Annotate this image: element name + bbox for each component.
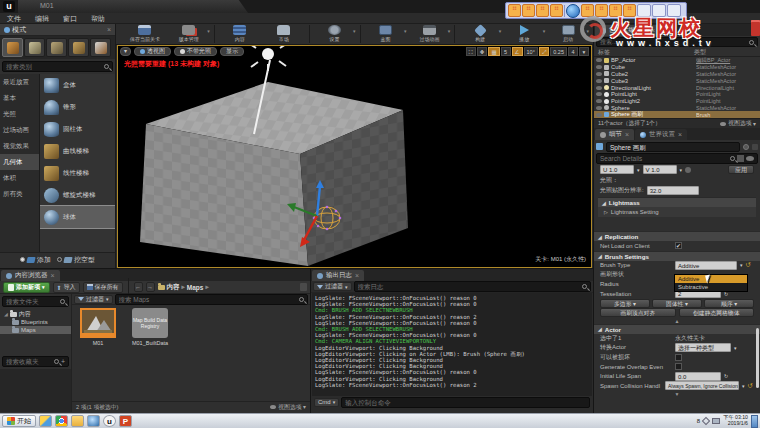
- item-linear-stairs[interactable]: 线性楼梯: [40, 162, 115, 184]
- column-type[interactable]: 类型: [694, 48, 756, 56]
- collections-search-input[interactable]: [6, 358, 54, 365]
- visibility-eye-icon[interactable]: [596, 58, 602, 62]
- console-command-input[interactable]: [345, 399, 586, 406]
- solidity-dropdown[interactable]: 固体性 ▾: [652, 299, 702, 308]
- details-search[interactable]: [596, 153, 758, 164]
- order-dropdown[interactable]: 顺序 ▾: [704, 299, 754, 308]
- details-search-input[interactable]: [600, 155, 730, 162]
- taskbar-powerpoint-icon[interactable]: P: [119, 415, 132, 427]
- brush-add-option[interactable]: 添加: [20, 255, 51, 265]
- asset-tile-m01-builtdata[interactable]: Map Build Data Registry M01_BuiltData: [128, 308, 172, 398]
- filters-button[interactable]: 过滤器▾: [74, 295, 113, 304]
- collapse-down-icon[interactable]: ▼: [594, 391, 760, 397]
- taskbar-chrome-icon[interactable]: [55, 415, 68, 427]
- visibility-eye-icon[interactable]: [596, 65, 602, 69]
- item-cylinder[interactable]: 圆柱体: [40, 118, 115, 140]
- category-basic[interactable]: 基本: [0, 90, 39, 106]
- recorder-exit-icon[interactable]: [667, 4, 681, 17]
- visibility-eye-icon[interactable]: [596, 79, 602, 83]
- taskbar-browser-globe-icon[interactable]: [87, 415, 100, 427]
- breadcrumb-folder[interactable]: Maps: [187, 284, 204, 291]
- generate-overlap-checkbox[interactable]: [675, 363, 682, 370]
- recorder-timer-icon[interactable]: [566, 4, 580, 18]
- brush-settings-section-header[interactable]: ◢Brush Settings: [594, 251, 760, 261]
- viewport-perspective-button[interactable]: 透视图: [134, 47, 171, 56]
- grid-view-icon[interactable]: [737, 155, 744, 162]
- save-level-button[interactable]: 保存当前关卡: [124, 25, 166, 44]
- viewport-options-button[interactable]: ▾: [120, 47, 131, 56]
- category-volumes[interactable]: 体积: [0, 170, 39, 186]
- grid-snap-value[interactable]: 5: [501, 47, 511, 56]
- outliner-row-bp-actor[interactable]: BP_Actor 编辑BP_Actor: [594, 57, 760, 64]
- recorder-tool-4-icon[interactable]: ⁑⁑: [550, 4, 563, 17]
- modes-tab[interactable]: 模式 ×: [0, 24, 115, 36]
- category-recent[interactable]: 最近放置: [0, 74, 39, 90]
- mode-landscape-button[interactable]: [46, 38, 67, 57]
- save-all-button[interactable]: 保存所有: [83, 282, 123, 293]
- recorder-tool-1-icon[interactable]: ⁑⁑: [508, 4, 521, 17]
- content-browser-tab[interactable]: 内容浏览器 ×: [1, 270, 60, 281]
- dropdown-option-subtractive[interactable]: Subtractive: [675, 283, 747, 291]
- mode-foliage-button[interactable]: [68, 38, 89, 57]
- recorder-tool-7-icon[interactable]: ⁑⁑: [609, 4, 622, 17]
- outliner-row-cube[interactable]: CubeStaticMeshActor: [594, 64, 760, 71]
- column-label[interactable]: 标签: [598, 48, 694, 56]
- world-settings-close-icon[interactable]: ×: [678, 131, 682, 138]
- recorder-whiteboard-icon[interactable]: [637, 4, 651, 17]
- modes-search-input[interactable]: [6, 63, 104, 70]
- assets-search-input[interactable]: [119, 296, 299, 303]
- recorder-tool-6-icon[interactable]: ⁑⁑: [595, 4, 608, 17]
- visibility-eye-icon[interactable]: [596, 72, 602, 76]
- console-input-box[interactable]: [341, 397, 590, 408]
- brush-hollow-option[interactable]: 挖空型: [57, 255, 95, 265]
- u-pan-dropdown[interactable]: U 1.0: [600, 165, 634, 174]
- tray-keyboard-icon[interactable]: [712, 418, 720, 424]
- cb-view-options-button[interactable]: 视图选项 ▾: [270, 403, 306, 412]
- mode-paint-button[interactable]: [24, 38, 45, 57]
- category-cinematic[interactable]: 过场动画: [0, 122, 39, 138]
- item-sphere[interactable]: 球体: [40, 206, 115, 228]
- lightmass-section-header[interactable]: ◢Lightmass: [598, 197, 756, 207]
- brush-type-dropdown[interactable]: Additive: [675, 261, 737, 270]
- item-spiral-stairs[interactable]: 螺旋式楼梯: [40, 184, 115, 206]
- outliner-row-cube3[interactable]: Cube3StaticMeshActor: [594, 77, 760, 84]
- menu-edit[interactable]: 编辑: [28, 13, 56, 24]
- outliner-row-directional-light[interactable]: DirectionalLightDirectionalLight: [594, 84, 760, 91]
- create-static-mesh-button[interactable]: 创建静态网格物体: [679, 308, 755, 317]
- start-button[interactable]: 开始: [2, 415, 36, 427]
- cmd-dropdown-button[interactable]: Cmd▾: [314, 398, 339, 407]
- scale-snap-toggle[interactable]: ⤢: [539, 47, 549, 56]
- tree-item-maps[interactable]: Maps: [0, 326, 71, 334]
- taskbar-clock[interactable]: 下午 03:10 2019/1/6: [723, 415, 748, 426]
- log-search-input[interactable]: [358, 283, 582, 290]
- recorder-tool-8-icon[interactable]: ⁑⁑: [623, 4, 636, 17]
- category-geometry[interactable]: 几何体: [0, 154, 39, 170]
- link-icon[interactable]: [685, 167, 691, 173]
- outliner-row-sphere-brush[interactable]: Sphere 画刷Brush: [594, 111, 760, 118]
- polygons-dropdown[interactable]: 多边形 ▾: [600, 299, 650, 308]
- taskbar-photos-icon[interactable]: [39, 415, 52, 427]
- v-pan-dropdown[interactable]: V 1.0: [643, 165, 677, 174]
- camera-speed-button[interactable]: 4: [568, 47, 578, 56]
- assets-search[interactable]: [115, 294, 308, 305]
- asset-tile-m01[interactable]: M01: [76, 308, 120, 398]
- play-button[interactable]: 播放▾: [503, 25, 545, 44]
- item-cone[interactable]: 锥形: [40, 96, 115, 118]
- recorder-switch-icon[interactable]: [652, 4, 666, 17]
- outliner-view-options-button[interactable]: 视图选项 ▾: [720, 119, 756, 128]
- build-button[interactable]: 构建▾: [459, 25, 501, 44]
- replication-section-header[interactable]: ◢Replication: [594, 231, 760, 241]
- details-scrollbar[interactable]: [756, 328, 759, 388]
- import-button[interactable]: ⬆ 导入: [53, 282, 80, 293]
- can-be-damaged-checkbox[interactable]: [675, 354, 682, 361]
- scale-snap-value[interactable]: 0.25: [550, 47, 567, 56]
- add-new-button[interactable]: 添加新项▾: [3, 282, 50, 293]
- show-desktop-button[interactable]: [751, 415, 758, 428]
- lightmap-resolution-field[interactable]: 32.0: [647, 186, 699, 195]
- content-browser-close-icon[interactable]: ×: [51, 272, 55, 279]
- content-button[interactable]: 内容: [219, 25, 261, 44]
- item-box[interactable]: 盒体: [40, 74, 115, 96]
- menu-window[interactable]: 窗口: [56, 13, 84, 24]
- visibility-eye-icon[interactable]: [596, 86, 602, 90]
- outliner-search-input[interactable]: [600, 39, 749, 45]
